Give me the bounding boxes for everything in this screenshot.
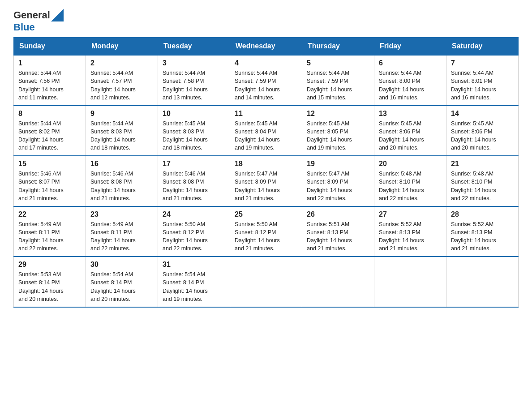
day-number: 21 (451, 160, 514, 168)
calendar-cell: 15 Sunrise: 5:46 AM Sunset: 8:07 PM Dayl… (14, 156, 86, 206)
calendar-week-4: 22 Sunrise: 5:49 AM Sunset: 8:11 PM Dayl… (14, 206, 519, 257)
day-number: 30 (90, 261, 153, 269)
calendar-cell: 7 Sunrise: 5:44 AM Sunset: 8:01 PM Dayli… (446, 55, 519, 106)
day-info: Sunrise: 5:53 AM Sunset: 8:14 PM Dayligh… (18, 270, 81, 303)
day-info: Sunrise: 5:47 AM Sunset: 8:09 PM Dayligh… (235, 170, 297, 202)
calendar-cell: 8 Sunrise: 5:44 AM Sunset: 8:02 PM Dayli… (14, 106, 86, 156)
day-info: Sunrise: 5:54 AM Sunset: 8:14 PM Dayligh… (163, 270, 225, 303)
day-number: 11 (235, 110, 297, 118)
day-info: Sunrise: 5:45 AM Sunset: 8:03 PM Dayligh… (163, 120, 225, 152)
day-info: Sunrise: 5:50 AM Sunset: 8:12 PM Dayligh… (163, 220, 225, 253)
weekday-header-sunday: Sunday (14, 38, 86, 56)
day-number: 3 (163, 59, 225, 67)
calendar-cell: 21 Sunrise: 5:48 AM Sunset: 8:10 PM Dayl… (446, 156, 519, 206)
day-info: Sunrise: 5:50 AM Sunset: 8:12 PM Dayligh… (235, 220, 297, 253)
day-number: 31 (163, 261, 225, 269)
day-info: Sunrise: 5:49 AM Sunset: 8:11 PM Dayligh… (90, 220, 153, 253)
calendar-cell (302, 257, 374, 307)
day-info: Sunrise: 5:49 AM Sunset: 8:11 PM Dayligh… (18, 220, 81, 253)
calendar-week-3: 15 Sunrise: 5:46 AM Sunset: 8:07 PM Dayl… (14, 156, 519, 206)
day-number: 25 (235, 210, 297, 218)
day-info: Sunrise: 5:54 AM Sunset: 8:14 PM Dayligh… (90, 270, 153, 303)
calendar-cell: 12 Sunrise: 5:45 AM Sunset: 8:05 PM Dayl… (302, 106, 374, 156)
day-number: 17 (163, 160, 225, 168)
day-info: Sunrise: 5:46 AM Sunset: 8:08 PM Dayligh… (90, 170, 153, 202)
day-number: 26 (307, 210, 369, 218)
day-info: Sunrise: 5:44 AM Sunset: 7:57 PM Dayligh… (90, 69, 153, 102)
calendar-table: SundayMondayTuesdayWednesdayThursdayFrid… (13, 37, 519, 308)
logo-text-general: General (13, 9, 64, 22)
calendar-cell: 17 Sunrise: 5:46 AM Sunset: 8:08 PM Dayl… (158, 156, 230, 206)
day-info: Sunrise: 5:45 AM Sunset: 8:05 PM Dayligh… (307, 120, 369, 152)
day-number: 10 (163, 110, 225, 118)
calendar-week-5: 29 Sunrise: 5:53 AM Sunset: 8:14 PM Dayl… (14, 257, 519, 307)
day-number: 9 (90, 110, 153, 118)
day-info: Sunrise: 5:46 AM Sunset: 8:08 PM Dayligh… (163, 170, 225, 202)
day-number: 1 (18, 59, 81, 67)
calendar-cell: 9 Sunrise: 5:44 AM Sunset: 8:03 PM Dayli… (86, 106, 158, 156)
day-number: 6 (379, 59, 442, 67)
calendar-cell (374, 257, 446, 307)
weekday-header-saturday: Saturday (446, 38, 519, 56)
day-info: Sunrise: 5:45 AM Sunset: 8:04 PM Dayligh… (235, 120, 297, 152)
day-info: Sunrise: 5:44 AM Sunset: 7:58 PM Dayligh… (163, 69, 225, 102)
day-info: Sunrise: 5:44 AM Sunset: 8:01 PM Dayligh… (451, 69, 514, 102)
weekday-header-thursday: Thursday (302, 38, 374, 56)
calendar-week-1: 1 Sunrise: 5:44 AM Sunset: 7:56 PM Dayli… (14, 55, 519, 106)
weekday-header-monday: Monday (86, 38, 158, 56)
calendar-cell: 18 Sunrise: 5:47 AM Sunset: 8:09 PM Dayl… (230, 156, 302, 206)
calendar-cell: 29 Sunrise: 5:53 AM Sunset: 8:14 PM Dayl… (14, 257, 86, 307)
day-number: 2 (90, 59, 153, 67)
day-info: Sunrise: 5:51 AM Sunset: 8:13 PM Dayligh… (307, 220, 369, 253)
logo-text-blue: Blue (13, 21, 64, 33)
calendar-cell: 30 Sunrise: 5:54 AM Sunset: 8:14 PM Dayl… (86, 257, 158, 307)
day-number: 27 (379, 210, 442, 218)
weekday-header-friday: Friday (374, 38, 446, 56)
day-number: 19 (307, 160, 369, 168)
calendar-cell: 20 Sunrise: 5:48 AM Sunset: 8:10 PM Dayl… (374, 156, 446, 206)
day-info: Sunrise: 5:44 AM Sunset: 7:59 PM Dayligh… (235, 69, 297, 102)
day-number: 12 (307, 110, 369, 118)
day-number: 28 (451, 210, 514, 218)
calendar-cell: 26 Sunrise: 5:51 AM Sunset: 8:13 PM Dayl… (302, 206, 374, 257)
day-number: 22 (18, 210, 81, 218)
day-number: 7 (451, 59, 514, 67)
calendar-cell: 25 Sunrise: 5:50 AM Sunset: 8:12 PM Dayl… (230, 206, 302, 257)
calendar-cell: 10 Sunrise: 5:45 AM Sunset: 8:03 PM Dayl… (158, 106, 230, 156)
calendar-header-row: SundayMondayTuesdayWednesdayThursdayFrid… (14, 38, 519, 56)
calendar-cell: 13 Sunrise: 5:45 AM Sunset: 8:06 PM Dayl… (374, 106, 446, 156)
calendar-cell: 22 Sunrise: 5:49 AM Sunset: 8:11 PM Dayl… (14, 206, 86, 257)
day-info: Sunrise: 5:52 AM Sunset: 8:13 PM Dayligh… (379, 220, 442, 253)
calendar-cell: 5 Sunrise: 5:44 AM Sunset: 7:59 PM Dayli… (302, 55, 374, 106)
calendar-cell: 14 Sunrise: 5:45 AM Sunset: 8:06 PM Dayl… (446, 106, 519, 156)
day-info: Sunrise: 5:44 AM Sunset: 8:00 PM Dayligh… (379, 69, 442, 102)
day-info: Sunrise: 5:46 AM Sunset: 8:07 PM Dayligh… (18, 170, 81, 202)
weekday-header-tuesday: Tuesday (158, 38, 230, 56)
day-number: 5 (307, 59, 369, 67)
svg-marker-0 (51, 9, 64, 21)
day-info: Sunrise: 5:52 AM Sunset: 8:13 PM Dayligh… (451, 220, 514, 253)
calendar-cell: 1 Sunrise: 5:44 AM Sunset: 7:56 PM Dayli… (14, 55, 86, 106)
calendar-cell (230, 257, 302, 307)
day-number: 24 (163, 210, 225, 218)
calendar-cell: 11 Sunrise: 5:45 AM Sunset: 8:04 PM Dayl… (230, 106, 302, 156)
day-number: 14 (451, 110, 514, 118)
calendar-cell: 27 Sunrise: 5:52 AM Sunset: 8:13 PM Dayl… (374, 206, 446, 257)
day-info: Sunrise: 5:48 AM Sunset: 8:10 PM Dayligh… (379, 170, 442, 202)
calendar-cell: 28 Sunrise: 5:52 AM Sunset: 8:13 PM Dayl… (446, 206, 519, 257)
logo-triangle-icon (51, 9, 64, 21)
logo: General Blue (13, 9, 64, 33)
calendar-cell: 16 Sunrise: 5:46 AM Sunset: 8:08 PM Dayl… (86, 156, 158, 206)
calendar-cell: 24 Sunrise: 5:50 AM Sunset: 8:12 PM Dayl… (158, 206, 230, 257)
calendar-week-2: 8 Sunrise: 5:44 AM Sunset: 8:02 PM Dayli… (14, 106, 519, 156)
calendar-cell: 23 Sunrise: 5:49 AM Sunset: 8:11 PM Dayl… (86, 206, 158, 257)
day-info: Sunrise: 5:48 AM Sunset: 8:10 PM Dayligh… (451, 170, 514, 202)
day-info: Sunrise: 5:44 AM Sunset: 8:02 PM Dayligh… (18, 120, 81, 152)
calendar-cell: 3 Sunrise: 5:44 AM Sunset: 7:58 PM Dayli… (158, 55, 230, 106)
day-info: Sunrise: 5:45 AM Sunset: 8:06 PM Dayligh… (379, 120, 442, 152)
day-number: 20 (379, 160, 442, 168)
day-number: 29 (18, 261, 81, 269)
calendar-cell: 4 Sunrise: 5:44 AM Sunset: 7:59 PM Dayli… (230, 55, 302, 106)
day-info: Sunrise: 5:47 AM Sunset: 8:09 PM Dayligh… (307, 170, 369, 202)
day-number: 8 (18, 110, 81, 118)
